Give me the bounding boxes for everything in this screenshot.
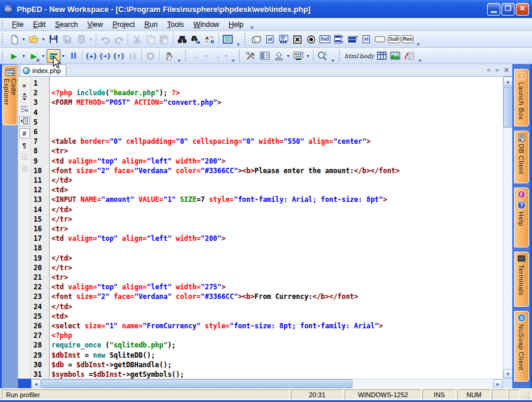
form-reset-button[interactable]: Res [401, 32, 415, 46]
split-editor-button[interactable] [19, 92, 30, 102]
copy-button[interactable] [144, 32, 157, 46]
menu-run[interactable]: Run [139, 19, 162, 30]
scroll-left-button[interactable]: ◄ [31, 379, 41, 389]
code-line[interactable]: 10<font size="2" face="Verdana" color="#… [31, 166, 503, 176]
menu-window[interactable]: Window [189, 19, 224, 30]
form-toolbar-overflow-icon[interactable]: ▾ [415, 41, 422, 47]
tab-close-icon[interactable]: × [504, 65, 509, 74]
run-to-cursor-button[interactable]: {} [126, 49, 139, 63]
outdent-button[interactable] [19, 164, 30, 174]
run-toolbar-grip[interactable] [2, 50, 5, 61]
html-toolbar-grip[interactable] [339, 50, 342, 61]
form-submit-button[interactable]: Sub [387, 32, 401, 46]
code-line[interactable]: 2<?php include("header.php"); ?> [31, 88, 503, 98]
close-button[interactable]: ✕ [516, 3, 529, 16]
insert-anchor-button[interactable] [402, 49, 416, 63]
color-scheme-button[interactable] [291, 49, 305, 63]
tools-toolbar-grip[interactable] [239, 50, 242, 61]
navigate-back-dropdown[interactable]: ▾ [204, 49, 209, 63]
code-line[interactable]: 15</tr> [31, 214, 503, 224]
code-line[interactable]: 19</td> [31, 253, 503, 263]
form-label-button[interactable]: aI [263, 32, 277, 46]
find-button[interactable] [175, 32, 189, 46]
form-radio-button[interactable] [305, 32, 318, 46]
code-line[interactable]: 14</td> [31, 205, 503, 214]
code-line[interactable]: 8<tr> [31, 146, 503, 156]
form-edit-button[interactable]: xI [360, 32, 373, 46]
find-next-button[interactable] [189, 32, 203, 46]
navigate-forward-button[interactable]: → [210, 49, 224, 63]
run-in-debugger-button[interactable]: ▶D [27, 49, 41, 63]
run-dropdown[interactable]: ▾ [21, 49, 26, 63]
code-explorer-tab[interactable]: Code Explorer [2, 65, 17, 125]
resize-grip[interactable] [522, 391, 530, 399]
new-file-dropdown[interactable]: ▾ [21, 32, 26, 46]
save-button[interactable] [47, 32, 60, 46]
save-all-button[interactable] [60, 32, 74, 46]
pause-button[interactable] [66, 49, 80, 63]
show-special-chars-button[interactable]: ¶ [19, 140, 30, 150]
indent-button[interactable] [19, 152, 30, 162]
insert-table-button[interactable] [375, 49, 388, 63]
stop-button[interactable] [144, 49, 157, 63]
sync-db-button[interactable] [74, 32, 88, 46]
code-line[interactable]: 1 [31, 78, 503, 88]
code-line[interactable]: 26<select size="1" name="FromCurrency" s… [31, 321, 503, 331]
open-file-button[interactable] [27, 32, 41, 46]
paste-button[interactable] [157, 32, 171, 46]
code-line[interactable]: 31$symbols =$dbInst->getSymbols(); [31, 370, 503, 379]
code-line[interactable]: 28require_once ("sqlitedb.php"); [31, 340, 503, 350]
nav-toolbar-grip[interactable] [185, 50, 188, 61]
publish-button[interactable] [272, 49, 285, 63]
run-in-debugger-dropdown[interactable]: ▾ [41, 49, 46, 63]
toolbar1-grip[interactable] [2, 34, 5, 45]
menu-file[interactable]: File [7, 19, 28, 30]
form-select-list-button[interactable] [332, 32, 346, 46]
code-line[interactable]: 12<td> [31, 185, 503, 195]
scroll-down-button[interactable]: ▼ [503, 369, 513, 379]
code-line[interactable]: 4 [31, 108, 503, 117]
replace-button[interactable]: AB [203, 32, 217, 46]
maximize-button[interactable]: ❐ [501, 3, 515, 16]
step-out-button[interactable]: {↑} [112, 49, 126, 63]
form-combobox-button[interactable] [346, 32, 360, 46]
code-line[interactable]: 22<td valign="top" align="left" width="2… [31, 282, 503, 292]
horizontal-scroll-thumb[interactable] [41, 379, 352, 388]
code-line[interactable]: 21<tr> [31, 273, 503, 282]
form-panel-button[interactable] [250, 32, 263, 46]
html-toolbar-overflow-icon[interactable]: ▾ [416, 58, 424, 64]
code-line[interactable]: 30$db = $dbInst->getDBHandle(); [31, 360, 503, 370]
open-file-dropdown[interactable]: ▾ [41, 32, 46, 46]
terminals-tab[interactable]: Terminals [514, 252, 529, 307]
redo-button[interactable] [112, 32, 126, 46]
publish-dropdown[interactable]: ▾ [285, 49, 291, 63]
toggle-gutter-button[interactable] [19, 116, 30, 126]
cut-button[interactable] [130, 32, 144, 46]
insert-body-button[interactable]: body [359, 49, 375, 63]
code-line[interactable]: 9<td valign="top" align="left" width="20… [31, 156, 503, 166]
tab-prev-icon[interactable]: ◄ [485, 67, 491, 73]
code-line[interactable]: 3<FORM METHOD="POST" ACTION="convert.php… [31, 98, 503, 107]
code-templates-button[interactable] [221, 32, 235, 46]
menu-edit[interactable]: Edit [28, 19, 50, 30]
code-line[interactable]: 27<?php [31, 331, 503, 340]
code-line[interactable]: 16<tr> [31, 224, 503, 234]
scroll-right-button[interactable]: ► [493, 379, 503, 389]
menu-view[interactable]: View [83, 19, 108, 30]
undo-button[interactable] [98, 32, 112, 46]
code-line[interactable]: 23<font size="2" face="Verdana" color="#… [31, 292, 503, 301]
pan-hand-button[interactable] [162, 49, 175, 63]
db-client-tab[interactable]: DB Client [514, 131, 529, 183]
code-line[interactable]: 6 [31, 127, 503, 137]
scroll-up-button[interactable]: ▲ [503, 77, 513, 86]
help-tab[interactable]: f ? Help [514, 188, 529, 247]
run-profiler-dropdown[interactable]: ▾ [60, 49, 66, 63]
run-button[interactable]: ▶ [7, 49, 21, 63]
minimize-button[interactable]: ▁ [487, 3, 500, 16]
zoom-button[interactable] [315, 49, 329, 63]
insert-html-button[interactable]: html [344, 49, 359, 63]
form-toolbar-grip[interactable] [244, 34, 247, 45]
color-scheme-dropdown[interactable]: ▾ [305, 49, 311, 63]
tools-button[interactable] [244, 49, 258, 63]
code-line[interactable]: 25<td> [31, 312, 503, 321]
